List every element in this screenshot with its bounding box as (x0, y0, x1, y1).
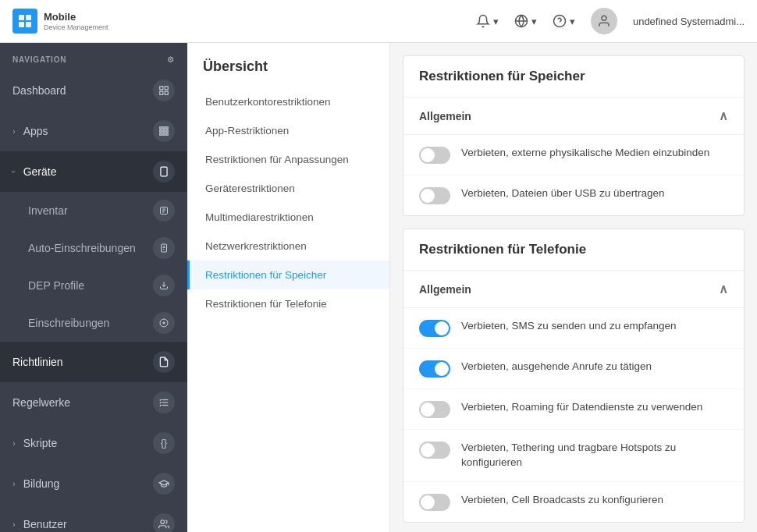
svg-rect-20 (163, 133, 165, 135)
geraete-chevron: › (9, 170, 19, 173)
svg-rect-15 (166, 127, 168, 129)
topbar-actions: ▾ ▾ ▾ undefined Systemadmi... (476, 8, 745, 34)
toggle-row-externe-medien: Verbieten, externe physikalische Medien … (403, 135, 744, 176)
toggle-externe-medien[interactable] (419, 147, 450, 164)
speicher-card: Restriktionen für Speicher Allgemein ∧ V… (403, 55, 745, 216)
avatar (591, 8, 617, 34)
sidebar-item-dashboard[interactable]: Dashboard (0, 70, 187, 111)
toggle-row-anrufe: Verbieten, ausgehende Anrufe zu tätigen (403, 349, 744, 389)
left-panel-item-geraeterestriktionen[interactable]: Geräterestriktionen (187, 174, 389, 203)
telefonie-chevron-up: ∧ (719, 282, 728, 296)
apps-chevron: › (12, 126, 16, 136)
toggle-label-usb: Verbieten, Dateien über USB zu übertrage… (461, 186, 728, 201)
sidebar-item-inventar[interactable]: Inventar (0, 192, 187, 229)
logo-title: Mobile (44, 11, 108, 23)
toggle-row-roaming: Verbieten, Roaming für Datendienste zu v… (403, 389, 744, 430)
richtlinien-icon (153, 351, 175, 373)
inventar-icon (153, 200, 175, 222)
svg-rect-18 (166, 130, 168, 132)
sidebar: NAVIGATION ⚙ Dashboard › Apps › (0, 43, 187, 532)
regelwerke-icon (153, 392, 175, 413)
svg-point-33 (161, 520, 165, 524)
sidebar-item-geraete[interactable]: › Geräte (0, 151, 187, 192)
left-panel-item-multimediarestriktionen[interactable]: Multimediarestriktionen (187, 203, 389, 232)
left-panel-item-app-restriktionen[interactable]: App-Restriktionen (187, 116, 389, 145)
bildung-chevron: › (12, 479, 16, 488)
sidebar-item-dep-profile[interactable]: DEP Profile (0, 267, 187, 304)
benutzer-chevron: › (12, 520, 16, 529)
left-panel-item-netzwerkrestriktionen[interactable]: Netzwerkrestriktionen (187, 232, 389, 261)
globe-caret: ▾ (531, 16, 537, 27)
logo: Mobile Device Management (12, 9, 200, 34)
help-caret: ▾ (570, 16, 575, 27)
telefonie-title: Restriktionen für Telefonie (403, 229, 744, 271)
skripte-chevron: › (12, 438, 16, 448)
apps-icon (153, 120, 175, 142)
telefonie-allgemein-header[interactable]: Allgemein ∧ (403, 271, 744, 308)
einschreibungen-icon (153, 312, 175, 334)
svg-rect-12 (165, 91, 168, 94)
speicher-allgemein-header[interactable]: Allgemein ∧ (403, 98, 744, 135)
globe-button[interactable]: ▾ (514, 14, 537, 28)
toggle-label-cell-broadcasts: Verbieten, Cell Broadcasts zu konfigurie… (461, 493, 728, 508)
toggle-label-tethering: Verbieten, Tethering und tragbare Hotspo… (461, 441, 728, 470)
svg-rect-17 (163, 130, 165, 132)
speicher-chevron-up: ∧ (719, 108, 728, 123)
toggle-sms[interactable] (419, 320, 450, 337)
main-panel: Restriktionen für Speicher Allgemein ∧ V… (390, 43, 757, 532)
sidebar-item-regelwerke[interactable]: Regelwerke (0, 382, 187, 423)
left-panel-item-restriktionen-anpassungen[interactable]: Restriktionen für Anpassungen (187, 145, 389, 174)
left-panel: Übersicht Benutzerkontorestriktionen App… (187, 43, 390, 532)
skripte-icon: {} (153, 432, 175, 454)
bildung-icon (153, 473, 175, 495)
sidebar-item-apps[interactable]: › Apps (0, 111, 187, 151)
toggle-cell-broadcasts[interactable] (419, 494, 450, 511)
sidebar-item-bildung[interactable]: › Bildung (0, 463, 187, 504)
sidebar-item-einschreibungen[interactable]: Einschreibungen (0, 304, 187, 342)
svg-rect-1 (26, 15, 31, 20)
toggle-usb[interactable] (419, 187, 450, 204)
main-layout: NAVIGATION ⚙ Dashboard › Apps › (0, 43, 757, 532)
toggle-label-externe-medien: Verbieten, externe physikalische Medien … (461, 146, 728, 161)
svg-rect-14 (163, 127, 165, 129)
svg-rect-3 (26, 22, 31, 27)
svg-rect-0 (19, 15, 24, 20)
nav-label: NAVIGATION ⚙ (0, 43, 187, 70)
svg-rect-16 (160, 130, 162, 132)
logo-icon (12, 9, 37, 34)
benutzer-icon (153, 513, 175, 532)
sidebar-item-richtlinien[interactable]: Richtlinien (0, 342, 187, 382)
notifications-caret: ▾ (493, 16, 499, 27)
sidebar-item-benutzer[interactable]: › Benutzer (0, 504, 187, 532)
toggle-anrufe[interactable] (419, 360, 450, 378)
toggle-label-anrufe: Verbieten, ausgehende Anrufe zu tätigen (461, 360, 728, 374)
notifications-button[interactable]: ▾ (476, 14, 499, 28)
svg-rect-9 (160, 87, 163, 90)
left-panel-item-restriktionen-telefonie[interactable]: Restriktionen für Telefonie (187, 289, 389, 318)
topbar: Mobile Device Management ▾ ▾ ▾ undefined… (0, 0, 757, 43)
svg-rect-21 (166, 133, 168, 135)
left-panel-title: Übersicht (187, 59, 389, 87)
svg-rect-13 (160, 127, 162, 129)
left-panel-item-restriktionen-speicher[interactable]: Restriktionen für Speicher (187, 261, 389, 289)
svg-point-8 (602, 16, 606, 20)
auto-einschreibungen-icon (153, 237, 175, 259)
toggle-tethering[interactable] (419, 442, 450, 459)
svg-rect-11 (160, 91, 163, 94)
toggle-label-roaming: Verbieten, Roaming für Datendienste zu v… (461, 400, 728, 415)
toggle-row-sms: Verbieten, SMS zu senden und zu empfange… (403, 308, 744, 349)
help-button[interactable]: ▾ (553, 14, 575, 28)
einschreibungen-label: Einschreibungen (28, 317, 109, 329)
left-panel-item-benutzerkontorestriktionen[interactable]: Benutzerkontorestriktionen (187, 87, 389, 116)
telefonie-card: Restriktionen für Telefonie Allgemein ∧ … (403, 229, 745, 523)
toggle-row-usb: Verbieten, Dateien über USB zu übertrage… (403, 176, 744, 215)
logo-subtitle: Device Management (44, 23, 108, 31)
sidebar-item-auto-einschreibungen[interactable]: Auto-Einschreibungen (0, 229, 187, 267)
sidebar-item-skripte[interactable]: › Skripte {} (0, 423, 187, 463)
auto-einschreibungen-label: Auto-Einschreibungen (28, 242, 136, 254)
toggle-roaming[interactable] (419, 401, 450, 418)
dashboard-icon (153, 80, 175, 101)
toggle-label-sms: Verbieten, SMS zu senden und zu empfange… (461, 319, 728, 334)
speicher-title: Restriktionen für Speicher (403, 56, 744, 98)
svg-rect-10 (165, 87, 168, 90)
